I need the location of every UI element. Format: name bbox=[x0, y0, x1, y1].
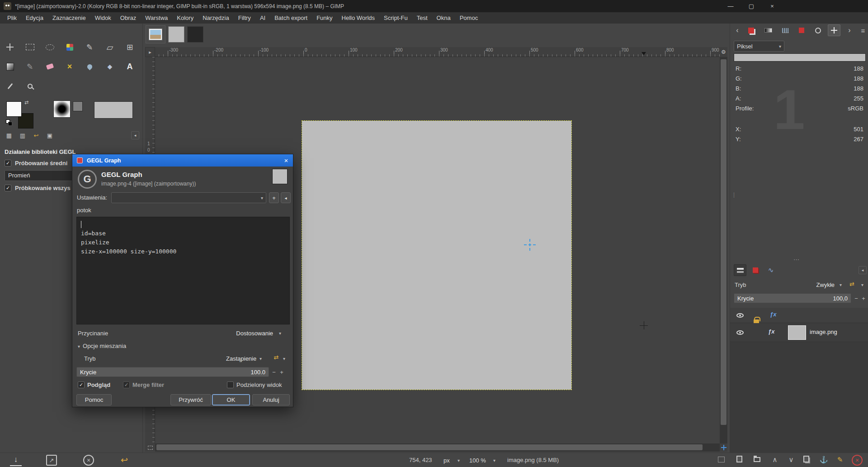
gradient-tool[interactable] bbox=[2, 58, 18, 75]
ok-button[interactable]: OK bbox=[212, 394, 250, 405]
foreground-color-swatch[interactable] bbox=[6, 101, 22, 117]
filter-center-handle-icon[interactable] bbox=[524, 239, 536, 251]
reset-button[interactable]: Przywróć bbox=[170, 394, 211, 405]
dock-splitter-handle-icon[interactable]: ⋯ bbox=[793, 256, 799, 263]
split-view-checkbox[interactable] bbox=[227, 381, 234, 388]
dialog-close-icon[interactable]: × bbox=[279, 157, 293, 164]
chevron-down-icon[interactable]: ▾ bbox=[279, 331, 281, 336]
fx-icon[interactable]: ƒx bbox=[770, 311, 776, 318]
menu-item-warstwa[interactable]: Warstwa bbox=[141, 12, 172, 24]
manage-settings-button[interactable]: ◂ bbox=[281, 192, 291, 203]
chevron-down-icon[interactable]: ▾ bbox=[861, 282, 863, 287]
blending-options-expander[interactable]: ▾Opcje mieszania bbox=[78, 343, 126, 349]
menu-item-okna[interactable]: Okna bbox=[432, 12, 455, 24]
tab-paths-icon[interactable]: ∿ bbox=[764, 264, 777, 276]
blur-tool[interactable] bbox=[81, 58, 98, 75]
gradient-preview[interactable] bbox=[94, 101, 133, 119]
brush-preview[interactable] bbox=[53, 100, 71, 118]
menu-item-widok[interactable]: Widok bbox=[90, 12, 116, 24]
menu-item-filtry[interactable]: Filtry bbox=[234, 12, 255, 24]
new-layer-group-button[interactable] bbox=[754, 456, 760, 462]
tab-channels2-icon[interactable] bbox=[749, 264, 762, 276]
export-icon[interactable]: ↗ bbox=[46, 455, 57, 466]
layer-name[interactable]: image.png bbox=[810, 329, 837, 335]
menu-item-narzedzia[interactable]: Narzędzia bbox=[198, 12, 234, 24]
tab-channels-icon[interactable] bbox=[795, 24, 808, 36]
preview-checkbox[interactable]: ✓ bbox=[78, 381, 85, 388]
quick-mask-toggle[interactable] bbox=[145, 443, 155, 452]
layer-opacity-slider[interactable]: Krycie 100,0 bbox=[734, 293, 851, 303]
tab-histogram-icon[interactable] bbox=[779, 24, 792, 36]
chevron-down-icon[interactable]: ▾ bbox=[283, 356, 285, 361]
dock-edge-handle-icon[interactable]: ⋮ bbox=[731, 194, 737, 196]
eraser-tool[interactable] bbox=[42, 58, 58, 75]
cancel-button[interactable]: Anuluj bbox=[252, 394, 290, 405]
horizontal-scrollbar[interactable] bbox=[155, 443, 720, 452]
chevron-down-icon[interactable]: ▾ bbox=[259, 356, 262, 361]
ink-tool[interactable]: ◆ bbox=[102, 58, 118, 75]
mypaint-brush-tool[interactable]: × bbox=[61, 58, 78, 75]
transform-tool[interactable]: ▱ bbox=[102, 39, 118, 55]
dialog-title-bar[interactable]: GEGL Graph × bbox=[72, 154, 293, 167]
tab-colors-icon[interactable] bbox=[745, 24, 757, 36]
menu-item-obraz[interactable]: Obraz bbox=[116, 12, 141, 24]
mode-switch-icon[interactable]: ⇄ bbox=[272, 354, 281, 363]
alignment-tool[interactable]: ⊞ bbox=[122, 39, 138, 55]
menu-item-kolory[interactable]: Kolory bbox=[172, 12, 198, 24]
fx-icon[interactable]: ƒx bbox=[768, 328, 774, 335]
raise-layer-button[interactable]: ∧ bbox=[770, 454, 780, 465]
layer-mode-value[interactable]: Zwykłe bbox=[816, 281, 835, 288]
add-setting-button[interactable]: + bbox=[269, 192, 279, 203]
minimize-button[interactable]: — bbox=[720, 0, 741, 12]
save-download-icon[interactable]: ↓ bbox=[10, 454, 22, 466]
image-tab-1[interactable] bbox=[146, 25, 165, 43]
close-button[interactable]: × bbox=[762, 0, 783, 12]
pencil-tool[interactable]: ✎ bbox=[22, 58, 38, 75]
gimp-app-icon[interactable] bbox=[4, 2, 11, 10]
pointer-unit-dropdown[interactable]: Piksel ▾ bbox=[734, 41, 784, 52]
opacity-decrease-button[interactable]: − bbox=[853, 294, 859, 302]
canvas-navigation-button[interactable] bbox=[720, 443, 727, 452]
menu-item-pomoc[interactable]: Pomoc bbox=[455, 12, 482, 24]
move-tool[interactable] bbox=[2, 39, 18, 55]
tab-gradients-icon[interactable] bbox=[762, 24, 774, 36]
menu-item-plik[interactable]: Plik bbox=[3, 12, 21, 24]
vertical-scrollbar[interactable] bbox=[720, 57, 727, 443]
image-layer[interactable] bbox=[302, 121, 571, 390]
vertical-scrollbar-thumb[interactable] bbox=[721, 59, 726, 425]
text-tool[interactable]: A bbox=[122, 58, 138, 75]
tool-options-tab-icon[interactable]: ▦ bbox=[5, 131, 14, 139]
duplicate-layer-button[interactable] bbox=[803, 456, 809, 462]
cancel-circle-icon[interactable]: × bbox=[83, 455, 94, 466]
horizontal-ruler[interactable]: -300 -200 -100 0 100 200 300 400 500 600… bbox=[155, 47, 720, 57]
canvas-settings-gear-icon[interactable]: ⚙ bbox=[720, 47, 727, 57]
unit-dropdown[interactable]: px ▾ bbox=[441, 455, 462, 465]
horizontal-scrollbar-thumb[interactable] bbox=[156, 444, 703, 450]
opacity-slider[interactable]: Krycie 100.0 bbox=[76, 367, 269, 377]
clipping-value[interactable]: Dostosowanie bbox=[236, 330, 273, 337]
tab-history-icon[interactable] bbox=[811, 24, 824, 36]
paintbrush-tool[interactable]: ✎ bbox=[81, 39, 98, 55]
new-layer-button[interactable] bbox=[736, 456, 742, 462]
opacity-increase-button[interactable]: + bbox=[860, 294, 867, 302]
device-status-tab-icon[interactable]: ▥ bbox=[18, 131, 27, 139]
opacity-decrease-button[interactable]: − bbox=[271, 368, 277, 376]
ruler-corner-menu-button[interactable]: ▸ bbox=[145, 47, 155, 57]
tab-layers-icon[interactable] bbox=[734, 264, 746, 276]
menu-item-zaznaczenie[interactable]: Zaznaczenie bbox=[48, 12, 90, 24]
menu-item-ai[interactable]: AI bbox=[255, 12, 270, 24]
delete-layer-button[interactable]: × bbox=[852, 455, 863, 466]
visibility-eye-icon[interactable] bbox=[736, 313, 744, 318]
anchor-layer-button[interactable]: ⚓ bbox=[819, 454, 829, 466]
collapse-dock-icon[interactable]: ◂ bbox=[131, 131, 139, 139]
layer-row[interactable]: ƒx image.png bbox=[730, 323, 868, 342]
menu-item-test[interactable]: Test bbox=[412, 12, 432, 24]
swap-colors-icon[interactable]: ⇄ bbox=[24, 100, 28, 105]
layer-thumbnail[interactable] bbox=[788, 325, 806, 340]
undo-arrow-icon[interactable]: ↩ bbox=[118, 454, 130, 466]
dock-window-icon[interactable] bbox=[718, 457, 725, 462]
help-button[interactable]: Pomoc bbox=[76, 394, 112, 405]
zoom-dropdown[interactable]: 100 % ▾ bbox=[467, 455, 498, 465]
menu-item-funky[interactable]: Funky bbox=[312, 12, 337, 24]
edit-layer-button[interactable]: ✎ bbox=[835, 454, 845, 466]
